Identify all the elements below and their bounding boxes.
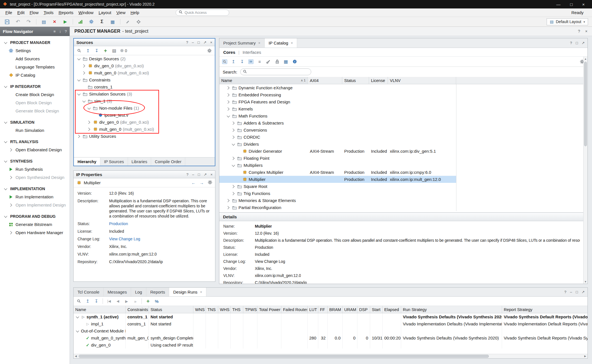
catalog-row-dividers[interactable]: Dividers bbox=[219, 141, 456, 148]
chevron-down-icon[interactable] bbox=[82, 99, 86, 103]
flow-section-header[interactable]: PROJECT MANAGER bbox=[0, 38, 70, 46]
flow-item-create-block-design[interactable]: Create Block Design bbox=[0, 90, 70, 99]
chevron-down-icon[interactable] bbox=[77, 92, 81, 96]
sum-button[interactable]: Σ bbox=[99, 19, 105, 25]
lock-button[interactable] bbox=[275, 59, 280, 64]
scrollbar-thumb[interactable] bbox=[584, 62, 587, 146]
chevron-right-icon[interactable] bbox=[82, 64, 86, 68]
column-header[interactable]: VLNV bbox=[388, 77, 456, 84]
tab-design-runs[interactable]: Design Runs × bbox=[169, 288, 206, 296]
horizontal-scrollbar[interactable]: ◀ ▶ bbox=[74, 354, 587, 358]
settings-button[interactable] bbox=[207, 48, 212, 53]
column-header-tpws[interactable]: TPWS bbox=[243, 306, 257, 313]
close-icon[interactable]: × bbox=[210, 172, 213, 177]
maximize-icon[interactable]: ↗ bbox=[204, 172, 207, 177]
expand-all-button[interactable]: ↧ bbox=[94, 48, 99, 53]
catalog-search-input[interactable] bbox=[240, 68, 311, 75]
sources-tab-compile-order[interactable]: Compile Order bbox=[151, 157, 185, 166]
chevron-right-icon[interactable] bbox=[9, 148, 13, 152]
layout-selector[interactable]: ▤ Default Layout ▾ bbox=[547, 18, 588, 25]
redo-button[interactable]: ↷ bbox=[25, 19, 32, 25]
chevron-right-icon[interactable] bbox=[231, 135, 236, 139]
edit-button[interactable] bbox=[125, 19, 131, 25]
abort-button[interactable]: × bbox=[51, 19, 58, 25]
chevron-right-icon[interactable] bbox=[226, 205, 231, 210]
source-item-utility-sources[interactable]: Utility Sources bbox=[74, 133, 215, 140]
source-item-non-module-files[interactable]: Non-module Files (1) bbox=[74, 105, 215, 112]
flat-button[interactable]: ≡ bbox=[257, 59, 262, 64]
flow-section-header[interactable]: RTL ANALYSIS bbox=[0, 137, 70, 146]
chevron-right-icon[interactable] bbox=[77, 134, 81, 139]
source-item-div-gen-0[interactable]: div_gen_0 (div_gen_0.xci) bbox=[74, 62, 215, 69]
help-icon[interactable]: ? bbox=[570, 41, 572, 45]
menu-edit[interactable]: Edit bbox=[15, 9, 27, 16]
quick-access-search[interactable]: Quick Access bbox=[176, 10, 229, 16]
design-run-row-out-of-context-module-runs[interactable]: Out-of-Context Module Runs bbox=[74, 327, 587, 334]
sources-tab-libraries[interactable]: Libraries bbox=[128, 157, 151, 166]
chevron-down-icon[interactable] bbox=[3, 120, 8, 125]
catalog-row-multiplier[interactable]: Multiplier Production Included xilinx.co… bbox=[219, 176, 456, 183]
close-button[interactable]: × bbox=[582, 2, 585, 7]
chevron-right-icon[interactable] bbox=[226, 93, 231, 97]
tab-messages[interactable]: Messages bbox=[104, 288, 131, 296]
add-button[interactable]: + bbox=[145, 299, 151, 303]
flow-item-run-synthesis[interactable]: Run Synthesis bbox=[0, 165, 70, 173]
save-button[interactable] bbox=[4, 19, 10, 25]
column-header-report-strategy[interactable]: Report Strategy bbox=[502, 306, 588, 313]
catalog-row-memories-storage-elements[interactable]: Memories & Storage Elements bbox=[219, 197, 456, 204]
chevron-down-icon[interactable] bbox=[77, 78, 81, 82]
close-icon[interactable]: × bbox=[258, 41, 260, 45]
flow-section-header[interactable]: IMPLEMENTATION bbox=[0, 185, 70, 193]
flow-item-open-block-design[interactable]: Open Block Design bbox=[0, 99, 70, 107]
chevron-right-icon[interactable] bbox=[9, 203, 13, 207]
chevron-down-icon[interactable] bbox=[75, 329, 80, 333]
probe-button[interactable] bbox=[135, 19, 142, 25]
source-item-mult-gen-0[interactable]: mult_gen_0 (mult_gen_0.xci) bbox=[74, 126, 215, 133]
subtab-interfaces[interactable]: Interfaces bbox=[242, 50, 261, 55]
column-header[interactable]: AXI4 bbox=[308, 77, 342, 84]
flow-item-run-simulation[interactable]: Run Simulation bbox=[0, 126, 70, 134]
flow-item-run-implementation[interactable]: Run Implementation bbox=[0, 193, 70, 201]
scroll-down-icon[interactable]: ▼ bbox=[584, 279, 587, 284]
catalog-row-math-functions[interactable]: Math Functions bbox=[219, 112, 456, 119]
menu-layout[interactable]: Layout bbox=[96, 9, 114, 16]
float-icon[interactable]: □ bbox=[576, 41, 578, 45]
tab-project-summary[interactable]: Project Summary × bbox=[219, 38, 265, 48]
source-item-simulation-sources[interactable]: Simulation Sources (3) bbox=[74, 90, 215, 97]
expand-all-button[interactable]: ↧ bbox=[240, 59, 245, 64]
flow-item-add-sources[interactable]: Add Sources bbox=[0, 55, 70, 63]
close-icon[interactable]: × bbox=[210, 40, 212, 45]
scroll-left-icon[interactable]: ◀ bbox=[74, 354, 78, 358]
source-item-ipcore-test-v[interactable]: ipcore_test.v bbox=[74, 112, 215, 119]
column-header-dsp[interactable]: DSP bbox=[357, 306, 370, 313]
menu-help[interactable]: Help bbox=[128, 9, 142, 16]
maximize-button[interactable]: □ bbox=[570, 2, 573, 7]
help-icon[interactable]: ? bbox=[564, 290, 566, 294]
chevron-right-icon[interactable] bbox=[231, 128, 236, 132]
catalog-row-trig-functions[interactable]: Trig Functions bbox=[219, 190, 456, 197]
gear-icon[interactable] bbox=[208, 180, 212, 185]
column-header-constraints[interactable]: Constraints bbox=[126, 306, 149, 313]
goto-start-button[interactable]: |◀ bbox=[107, 299, 112, 303]
flow-item-ip-catalog[interactable]: IP Catalog bbox=[0, 71, 70, 79]
maximize-icon[interactable]: ↗ bbox=[204, 40, 207, 45]
menu-view[interactable]: View bbox=[114, 9, 128, 16]
maximize-icon[interactable]: ↗ bbox=[582, 290, 585, 294]
source-item-sim-1[interactable]: sim_1 (3) bbox=[74, 97, 215, 105]
flow-item-open-implemented-design[interactable]: Open Implemented Design bbox=[0, 201, 70, 209]
close-icon[interactable]: × bbox=[291, 41, 293, 45]
chevron-right-icon[interactable] bbox=[226, 86, 231, 90]
chevron-down-icon[interactable] bbox=[3, 159, 8, 163]
menu-icon[interactable]: ≡ bbox=[54, 29, 56, 34]
catalog-row-adders-subtracters[interactable]: Adders & Subtracters bbox=[219, 119, 456, 126]
collapse-all-button[interactable]: ↥ bbox=[85, 299, 90, 303]
add-button[interactable]: + bbox=[103, 48, 108, 53]
percent-button[interactable]: % bbox=[154, 299, 159, 303]
flow-item-settings[interactable]: Settings bbox=[0, 46, 70, 55]
subtab-cores[interactable]: Cores bbox=[223, 50, 235, 55]
reports-button[interactable] bbox=[77, 19, 84, 25]
column-header[interactable]: Status bbox=[342, 77, 369, 84]
grid-button[interactable]: ▦ bbox=[109, 19, 116, 25]
tab-tcl-console[interactable]: Tcl Console bbox=[74, 288, 104, 296]
chevron-right-icon[interactable] bbox=[87, 120, 91, 125]
